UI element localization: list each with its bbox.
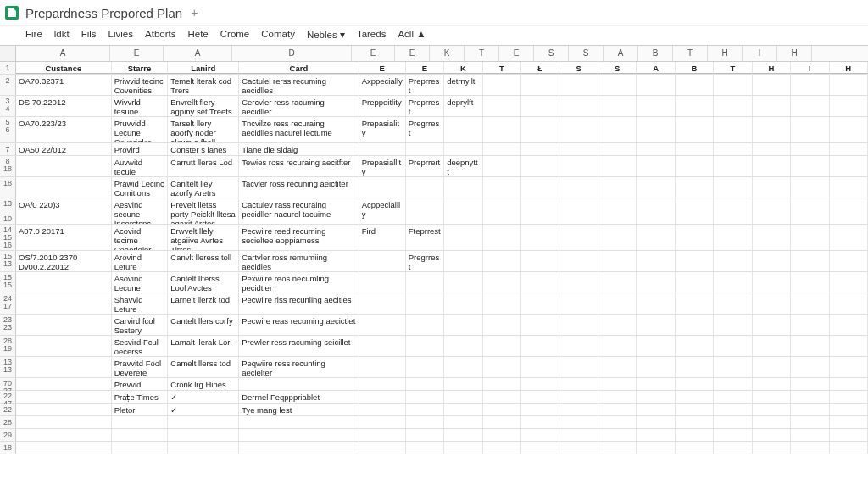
header-cell[interactable]: A (637, 62, 675, 74)
cell[interactable] (830, 177, 868, 198)
header-cell[interactable]: T (483, 62, 521, 74)
cell[interactable]: Preprrest (406, 96, 444, 116)
cell[interactable] (791, 404, 829, 415)
cell[interactable]: Fteprrest (406, 225, 444, 250)
cell[interactable] (483, 404, 521, 415)
cell[interactable]: Prevvid Lecury (112, 378, 169, 390)
column-letter[interactable]: S (569, 46, 604, 61)
cell[interactable] (676, 293, 714, 314)
row-number[interactable]: 2 (0, 75, 16, 95)
cell[interactable] (406, 442, 444, 454)
cell[interactable] (714, 404, 752, 415)
cell[interactable] (753, 336, 791, 356)
cell[interactable] (791, 429, 829, 441)
cell[interactable] (483, 117, 521, 142)
header-cell[interactable]: S (559, 62, 598, 74)
cell[interactable]: Pruvvidd Lecune Coveriglor reperitanyy p… (112, 117, 169, 142)
cell[interactable] (676, 442, 714, 454)
cell[interactable] (637, 378, 675, 390)
cell[interactable] (598, 198, 637, 224)
cell[interactable] (791, 336, 829, 356)
cell[interactable]: OA70.32371 (16, 75, 112, 95)
cell[interactable]: Tye mang lest (239, 404, 359, 415)
row-number[interactable]: 7027 (0, 378, 16, 390)
cell[interactable] (753, 416, 791, 428)
cell[interactable] (359, 357, 406, 377)
header-cell[interactable]: T (714, 62, 752, 74)
header-cell[interactable]: H (830, 62, 868, 74)
row-number[interactable]: 818 (0, 156, 16, 176)
cell[interactable]: Tiane die sidaig (239, 143, 359, 155)
row-number[interactable]: 56 (0, 117, 16, 142)
cell[interactable] (444, 391, 482, 403)
cell[interactable] (676, 336, 714, 356)
cell[interactable] (444, 143, 482, 155)
cell[interactable] (598, 75, 637, 95)
row-number[interactable]: 7 (0, 143, 16, 155)
row-number[interactable]: 1513 (0, 251, 16, 271)
cell[interactable] (753, 198, 791, 224)
cell[interactable] (359, 315, 406, 335)
cell[interactable]: Cartvler ross remumiing aecidles (239, 251, 359, 271)
cell[interactable] (637, 75, 675, 95)
cell[interactable] (483, 442, 521, 454)
cell[interactable] (753, 357, 791, 377)
cell[interactable] (359, 293, 406, 314)
cell[interactable] (559, 272, 598, 293)
menu-item[interactable]: Comaty (261, 29, 295, 41)
cell[interactable] (637, 404, 675, 415)
cell[interactable] (753, 75, 791, 95)
cell[interactable] (598, 391, 637, 403)
cell[interactable] (521, 416, 559, 428)
cell[interactable] (16, 429, 112, 441)
cell[interactable] (598, 357, 637, 377)
cell[interactable] (521, 272, 559, 293)
cell[interactable]: Pecwiire reed recuming secieltee eoppiam… (239, 225, 359, 250)
row-number[interactable]: 29 (0, 429, 16, 441)
cell[interactable]: Canvlt lleress toll (168, 251, 239, 271)
cell[interactable]: Sesvird Fcul oecerss (112, 336, 169, 356)
cell[interactable] (830, 75, 868, 95)
header-cell[interactable]: Card (239, 62, 359, 74)
cell[interactable] (830, 272, 868, 293)
cell[interactable] (521, 378, 559, 390)
row-number[interactable]: 1310 (0, 198, 16, 224)
column-letter[interactable]: D (232, 46, 352, 61)
cell[interactable] (637, 336, 675, 356)
row-number[interactable]: 28 (0, 416, 16, 428)
cell[interactable] (521, 404, 559, 415)
cell[interactable] (830, 336, 868, 356)
cell[interactable]: Derrnel Feqpppriablet (239, 391, 359, 403)
cell[interactable] (676, 177, 714, 198)
cell[interactable]: Tewies ross recuraing aecitfter (239, 156, 359, 176)
cell[interactable] (444, 416, 482, 428)
cell[interactable] (753, 177, 791, 198)
menu-item[interactable]: Hete (187, 29, 208, 41)
cell[interactable] (521, 198, 559, 224)
cell[interactable]: Axppecially (359, 75, 406, 95)
cell[interactable] (406, 404, 444, 415)
cell[interactable] (676, 391, 714, 403)
cell[interactable] (753, 293, 791, 314)
cell[interactable] (444, 404, 482, 415)
cell[interactable] (16, 391, 112, 403)
column-letter[interactable]: A (604, 46, 638, 61)
cell[interactable] (359, 378, 406, 390)
cell[interactable] (714, 336, 752, 356)
cell[interactable] (676, 198, 714, 224)
cell[interactable] (359, 143, 406, 155)
cell[interactable] (830, 96, 868, 116)
cell[interactable] (483, 177, 521, 198)
column-letter[interactable]: B (638, 46, 673, 61)
cell[interactable] (676, 96, 714, 116)
select-all-corner[interactable] (0, 46, 16, 61)
cell[interactable] (16, 156, 112, 176)
cell[interactable] (791, 357, 829, 377)
row-number[interactable]: 2417 (0, 293, 16, 314)
column-letter[interactable]: T (465, 46, 499, 61)
column-letter[interactable]: A (164, 46, 232, 61)
cell[interactable] (559, 177, 598, 198)
cell[interactable] (521, 315, 559, 335)
cell[interactable] (598, 117, 637, 142)
row-number[interactable]: 34 (0, 96, 16, 116)
